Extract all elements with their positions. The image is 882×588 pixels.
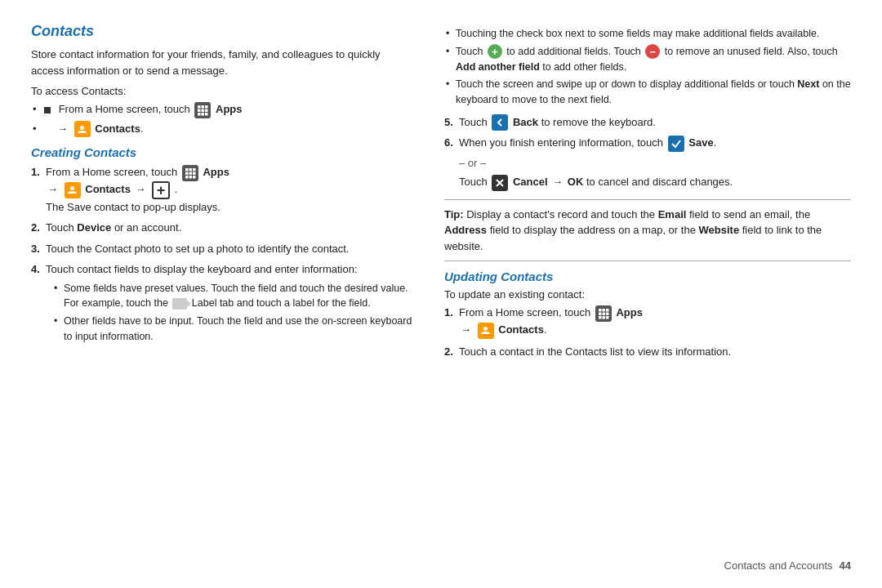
updating-contacts-title: Updating Contacts [444,270,851,283]
svg-rect-15 [193,172,196,175]
svg-rect-10 [185,168,189,172]
tip-label: Tip: [444,208,464,220]
access-label: To access Contacts: [31,85,415,97]
intro-text: Store contact information for your frien… [31,47,415,78]
right-bullet-2: Touch + to add additional fields. Touch … [444,44,851,75]
footer-page: 44 [840,559,851,572]
device-label: Device [77,221,111,234]
svg-rect-5 [205,109,208,112]
svg-point-31 [483,327,488,331]
access-list: From a Home screen, touch [31,101,415,137]
left-column: Contacts Store contact information for y… [31,23,415,553]
right-bullet-3: Touch the screen and swipe up or down to… [444,77,851,108]
step-3: 3. Touch the Contact photo to set up a p… [31,241,415,257]
apps-label-3: Apps [616,306,643,318]
svg-rect-7 [202,113,205,116]
right-bullets: Touching the check box next to some fiel… [444,26,851,108]
update-step-1: 1. From a Home screen, touch [444,305,851,338]
step-4: 4. Touch contact fields to display the k… [31,261,415,345]
right-bullet-1: Touching the check box next to some fiel… [444,26,851,42]
updating-steps: 1. From a Home screen, touch [444,305,851,359]
arrow-icon: → [57,122,68,135]
tip-box: Tip: Display a contact's record and touc… [444,199,851,262]
apps-label: Apps [216,103,243,115]
svg-point-9 [80,126,84,130]
sq-bullet [44,103,56,115]
svg-rect-24 [606,309,609,312]
svg-rect-1 [202,105,205,109]
svg-rect-22 [599,309,602,312]
apps-icon-2 [182,165,198,181]
svg-rect-2 [205,105,208,109]
svg-rect-28 [599,316,602,319]
page-heading: Contacts [31,23,415,40]
svg-rect-27 [606,313,609,316]
contacts-label-2: Contacts [85,183,131,195]
right-column: Touching the check box next to some fiel… [444,23,851,553]
svg-rect-23 [602,309,605,312]
save-label: Save [688,136,713,149]
step4-subbullets: Some fields have preset values. Touch th… [52,281,415,345]
svg-rect-4 [202,109,205,112]
contacts-icon [74,121,91,137]
apps-icon [194,102,211,118]
svg-rect-11 [189,168,192,172]
right-steps: 5. Touch Back to remove the keyboard. 6.… [444,114,851,191]
svg-rect-8 [205,113,208,116]
cancel-icon [492,175,508,191]
step-5: 5. Touch Back to remove the keyboard. [444,114,851,131]
back-label: Back [513,116,538,128]
cancel-label: Cancel [513,176,548,188]
svg-rect-17 [189,176,192,179]
svg-rect-16 [185,176,189,179]
svg-rect-18 [193,176,196,179]
page: Contacts Store contact information for y… [0,0,882,588]
svg-rect-12 [193,168,196,172]
address-label: Address [444,224,487,236]
ok-label: OK [568,176,584,188]
step-1: 1. From a Home screen, touch [31,164,415,215]
svg-rect-29 [602,316,605,319]
circle-minus-icon: − [645,44,660,59]
svg-rect-25 [599,313,602,316]
svg-point-19 [70,186,74,190]
email-label: Email [658,208,687,220]
creating-steps: 1. From a Home screen, touch [31,164,415,345]
apps-label-2: Apps [203,166,229,178]
svg-rect-6 [198,113,201,116]
svg-rect-0 [198,105,201,109]
update-intro: To update an existing contact: [444,288,851,301]
sub-bullet-2: Other fields have to be input. Touch the… [52,314,415,345]
footer-label: Contacts and Accounts [724,559,833,572]
label-tab-icon [172,298,187,310]
or-line: – or – [459,155,851,172]
creating-contacts-title: Creating Contacts [31,145,415,159]
step-6: 6. When you finish entering information,… [444,135,851,191]
plus-icon: + [152,181,170,199]
add-another-field-label: Add another field [456,61,540,73]
svg-rect-13 [185,172,189,175]
contacts-icon-3 [478,323,494,339]
next-label: Next [797,78,819,90]
access-list-item: From a Home screen, touch [31,101,415,118]
access-contacts-line: → Contacts. [31,121,415,138]
contacts-label-3: Contacts [498,323,544,336]
step-2: 2. Touch Device or an account. [31,220,415,236]
update-step-2: 2. Touch a contact in the Contacts list … [444,344,851,360]
content-area: Contacts Store contact information for y… [31,23,851,553]
svg-rect-26 [602,313,605,316]
save-icon [668,136,684,152]
step1-note: The Save contact to pop-up displays. [46,201,220,213]
contacts-label: Contacts [95,122,140,135]
sub-bullet-1: Some fields have preset values. Touch th… [52,281,415,312]
website-label: Website [699,224,740,236]
back-icon [492,114,508,131]
circle-plus-icon: + [488,44,502,59]
footer: Contacts and Accounts 44 [31,559,851,572]
contacts-icon-2 [65,182,81,198]
svg-rect-30 [606,316,609,319]
svg-rect-3 [198,109,201,112]
svg-rect-14 [189,172,192,175]
apps-icon-3 [595,305,612,322]
